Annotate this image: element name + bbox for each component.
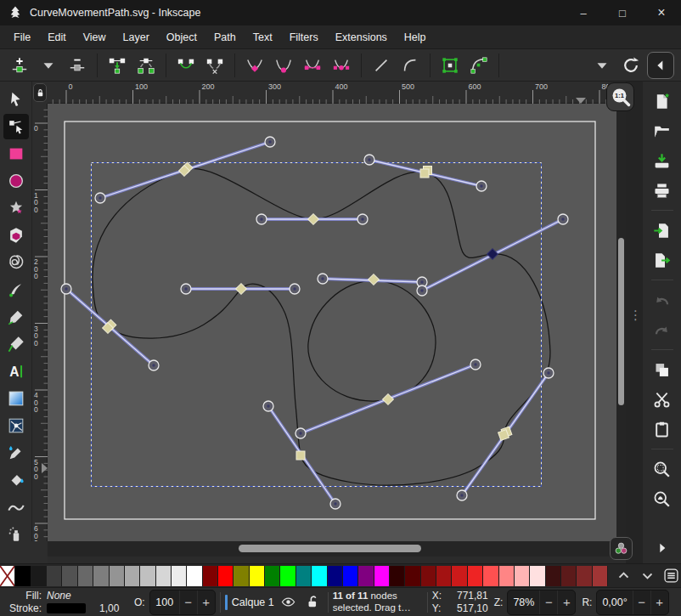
zoom-increase-button[interactable]: +	[557, 590, 575, 615]
dock-resize-handle[interactable]: ⋮	[629, 313, 642, 318]
export-button[interactable]	[650, 247, 675, 273]
make-segment-line-button[interactable]	[369, 53, 394, 78]
drawing-canvas[interactable]	[48, 104, 616, 541]
rectangle-tool[interactable]	[3, 141, 29, 167]
palette-swatch[interactable]	[15, 566, 31, 586]
menu-view[interactable]: View	[75, 25, 115, 49]
zoom-to-selection-button[interactable]	[650, 456, 675, 482]
palette-swatch[interactable]	[358, 566, 374, 586]
zoom-decrease-button[interactable]: −	[539, 590, 557, 615]
palette-swatch[interactable]	[328, 566, 343, 586]
star-tool[interactable]	[3, 195, 29, 221]
make-symmetric-node-button[interactable]	[300, 53, 325, 78]
node-tool[interactable]	[3, 114, 29, 139]
paint-bucket-tool[interactable]	[3, 467, 29, 493]
rotation-increase-button[interactable]: +	[650, 590, 668, 615]
palette-swatch[interactable]	[140, 566, 155, 586]
stroke-to-path-button[interactable]	[466, 53, 492, 78]
menu-extensions[interactable]: Extensions	[327, 25, 396, 49]
object-to-path-button[interactable]	[437, 53, 463, 78]
palette-swatch[interactable]	[78, 566, 93, 586]
palette-swatch[interactable]	[31, 566, 47, 586]
calligraphy-tool[interactable]	[3, 331, 29, 357]
palette-swatch[interactable]	[561, 566, 577, 586]
menu-filters[interactable]: Filters	[281, 25, 327, 49]
palette-swatch[interactable]	[62, 566, 77, 586]
palette-swatch[interactable]	[343, 566, 358, 586]
delete-segment-button[interactable]	[202, 53, 228, 78]
palette-swatch[interactable]	[93, 566, 109, 586]
spiral-tool[interactable]	[3, 250, 29, 275]
layer-visibility-button[interactable]	[279, 592, 299, 613]
palette-swatch[interactable]	[47, 566, 62, 586]
zoom-spinbox[interactable]: 78% − +	[507, 590, 576, 615]
palette-swatch[interactable]	[499, 566, 515, 586]
box3d-tool[interactable]	[3, 223, 29, 248]
cut-button[interactable]	[650, 387, 675, 412]
current-layer-name[interactable]: Calque 1	[232, 596, 274, 608]
palette-swatch[interactable]	[483, 566, 498, 586]
insert-node-dropdown[interactable]	[36, 53, 61, 78]
horizontal-scrollbar[interactable]	[48, 541, 616, 557]
palette-swatch-none[interactable]	[0, 566, 15, 586]
palette-swatch[interactable]	[421, 566, 436, 586]
palette-scroll-down-button[interactable]	[639, 568, 656, 585]
palette-swatch[interactable]	[468, 566, 483, 586]
menu-text[interactable]: Text	[245, 25, 281, 49]
palette-swatch[interactable]	[280, 566, 295, 586]
palette-swatch[interactable]	[156, 566, 172, 586]
palette-swatch[interactable]	[234, 566, 249, 586]
vertical-scrollbar-thumb[interactable]	[618, 238, 624, 405]
layer-lock-button[interactable]	[303, 592, 324, 613]
palette-swatch[interactable]	[515, 566, 530, 586]
palette-swatch[interactable]	[172, 566, 187, 586]
join-nodes-button[interactable]	[104, 53, 130, 78]
opacity-decrease-button[interactable]: −	[179, 590, 197, 615]
make-corner-node-button[interactable]	[242, 53, 267, 78]
copy-button[interactable]	[650, 357, 675, 382]
palette-swatch[interactable]	[405, 566, 420, 586]
palette-swatch[interactable]	[250, 566, 265, 586]
opacity-spinbox[interactable]: 100 − +	[149, 590, 216, 615]
tweak-tool[interactable]	[3, 494, 29, 520]
palette-swatch[interactable]	[296, 566, 312, 586]
lock-guides-button[interactable]	[33, 83, 47, 102]
zoom-1-1-button[interactable]: 1:1	[606, 82, 634, 111]
save-document-button[interactable]	[650, 148, 675, 173]
menu-layer[interactable]: Layer	[115, 25, 158, 49]
import-button[interactable]	[650, 218, 675, 243]
palette-swatch[interactable]	[546, 566, 561, 586]
expand-dialogs-button[interactable]	[654, 538, 671, 558]
join-with-segment-button[interactable]	[173, 53, 199, 78]
palette-swatch[interactable]	[218, 566, 234, 586]
insert-node-button[interactable]	[7, 53, 32, 78]
palette-swatch[interactable]	[452, 566, 467, 586]
new-document-button[interactable]	[650, 88, 675, 114]
make-segment-curve-button[interactable]	[397, 53, 423, 78]
menu-file[interactable]: File	[5, 25, 39, 49]
horizontal-scrollbar-thumb[interactable]	[239, 545, 421, 552]
pencil-tool[interactable]	[3, 304, 29, 330]
text-tool[interactable]: A	[3, 359, 29, 384]
close-button[interactable]: ×	[642, 0, 681, 25]
palette-swatch[interactable]	[390, 566, 405, 586]
delete-node-button[interactable]	[65, 53, 90, 78]
opacity-increase-button[interactable]: +	[197, 590, 215, 615]
palette-scroll-up-button[interactable]	[615, 568, 632, 585]
palette-swatch[interactable]	[265, 566, 280, 586]
menu-edit[interactable]: Edit	[39, 25, 75, 49]
palette-swatch[interactable]	[187, 566, 202, 586]
zoom-to-drawing-button[interactable]	[650, 486, 675, 511]
palette-swatch[interactable]	[577, 566, 592, 586]
menu-help[interactable]: Help	[396, 25, 435, 49]
maximize-button[interactable]: □	[603, 0, 642, 25]
palette-swatch[interactable]	[593, 566, 608, 586]
palette-menu-button[interactable]	[662, 568, 679, 585]
horizontal-ruler[interactable]: 0100200300400500600700800	[48, 82, 608, 104]
vertical-scrollbar[interactable]	[616, 104, 626, 541]
minimize-button[interactable]: –	[564, 0, 603, 25]
break-nodes-button[interactable]	[133, 53, 159, 78]
palette-swatch[interactable]	[203, 566, 218, 586]
toolbar-options-dropdown[interactable]	[589, 53, 615, 78]
selector-tool[interactable]	[3, 87, 29, 112]
